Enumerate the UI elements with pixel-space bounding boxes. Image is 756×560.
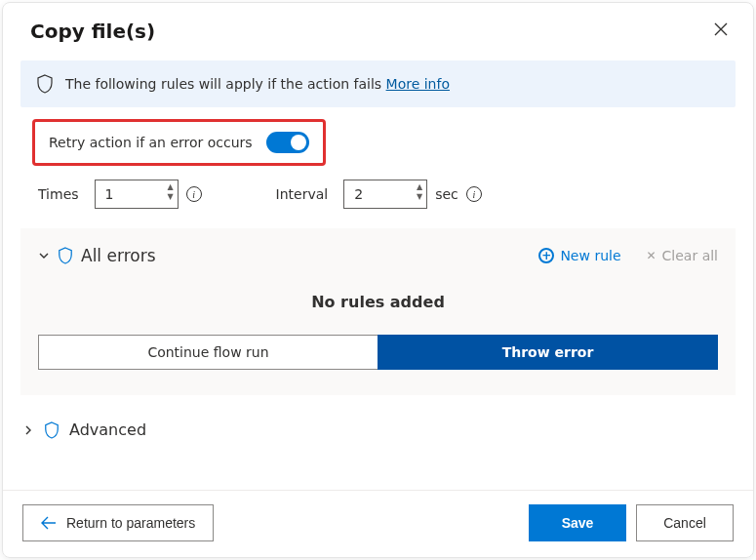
interval-value: 2 — [354, 186, 363, 202]
interval-input[interactable]: 2 ▲▼ — [343, 180, 427, 209]
clear-all-label: Clear all — [662, 248, 718, 263]
cancel-button[interactable]: Cancel — [636, 504, 734, 541]
throw-error-button[interactable]: Throw error — [378, 335, 718, 370]
all-errors-title: All errors — [81, 246, 531, 265]
x-icon: ✕ — [647, 249, 657, 262]
banner-text: The following rules will apply if the ac… — [65, 76, 450, 92]
dialog-title: Copy file(s) — [30, 20, 155, 43]
times-label: Times — [38, 186, 79, 202]
shield-icon — [58, 247, 73, 264]
return-to-parameters-button[interactable]: Return to parameters — [22, 504, 214, 541]
banner-text-content: The following rules will apply if the ac… — [65, 76, 386, 92]
close-button[interactable] — [708, 17, 734, 45]
interval-info-icon[interactable]: i — [466, 186, 482, 202]
more-info-link[interactable]: More info — [386, 76, 450, 92]
times-input[interactable]: 1 ▲▼ — [95, 180, 179, 209]
times-spinner[interactable]: ▲▼ — [167, 182, 173, 202]
retry-toggle-highlight: Retry action if an error occurs — [32, 119, 326, 166]
retry-settings-row: Times 1 ▲▼ i Interval 2 ▲▼ sec i — [3, 176, 753, 224]
plus-circle-icon: + — [538, 248, 554, 263]
all-errors-panel: All errors + New rule ✕ Clear all No rul… — [20, 228, 736, 395]
dialog-header: Copy file(s) — [3, 3, 753, 53]
shield-icon — [36, 74, 54, 94]
new-rule-button[interactable]: + New rule — [538, 248, 620, 263]
interval-unit: sec — [435, 186, 458, 202]
advanced-section-header[interactable]: Advanced — [3, 395, 753, 439]
new-rule-label: New rule — [560, 248, 620, 263]
save-button[interactable]: Save — [529, 504, 626, 541]
chevron-down-icon — [38, 250, 50, 261]
dialog-footer: Return to parameters Save Cancel — [3, 490, 753, 557]
flow-mode-toggle: Continue flow run Throw error — [38, 335, 718, 370]
info-banner: The following rules will apply if the ac… — [20, 60, 736, 107]
return-label: Return to parameters — [66, 515, 195, 531]
all-errors-header[interactable]: All errors + New rule ✕ Clear all — [38, 246, 718, 265]
close-icon — [714, 22, 728, 36]
times-info-icon[interactable]: i — [186, 186, 202, 202]
interval-label: Interval — [276, 186, 329, 202]
advanced-label: Advanced — [69, 420, 146, 439]
error-handling-dialog: Copy file(s) The following rules will ap… — [2, 2, 754, 558]
arrow-left-icon — [41, 516, 57, 530]
interval-spinner[interactable]: ▲▼ — [417, 182, 422, 202]
continue-flow-button[interactable]: Continue flow run — [38, 335, 378, 370]
retry-toggle-label: Retry action if an error occurs — [49, 135, 253, 150]
chevron-right-icon — [22, 424, 34, 436]
retry-toggle[interactable] — [266, 132, 309, 153]
shield-icon — [44, 421, 60, 439]
times-value: 1 — [105, 186, 114, 202]
clear-all-button: ✕ Clear all — [647, 248, 718, 263]
no-rules-text: No rules added — [38, 265, 718, 329]
